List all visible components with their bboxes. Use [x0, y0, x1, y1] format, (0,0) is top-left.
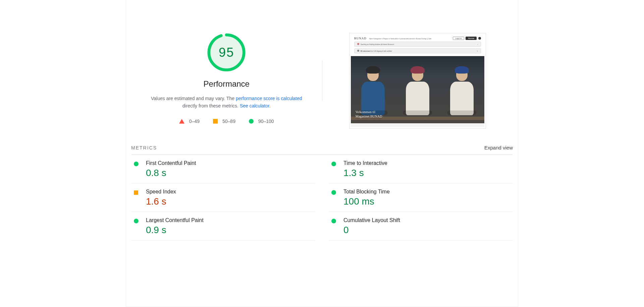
- square-orange-icon: [213, 119, 218, 124]
- chevron-right-icon: ›: [477, 43, 478, 45]
- shot-bar1-text: Samling av Halling-drakter på Asker Muse…: [361, 43, 394, 45]
- circle-green-icon: [134, 219, 139, 223]
- shot-bar2-rest: for å få tilgang til alle artikler: [371, 50, 392, 52]
- summary-section: 95 Performance Values are estimated and …: [131, 13, 513, 142]
- metric-name: Largest Contentful Paint: [146, 217, 315, 223]
- metric-value: 0: [343, 225, 513, 235]
- metric-value: 1.6 s: [146, 196, 315, 207]
- performance-description: Values are estimated and may vary. The p…: [146, 95, 307, 110]
- score-gauge: 95: [207, 33, 246, 72]
- circle-green-icon: [331, 162, 336, 166]
- metric-name: Total Blocking Time: [343, 189, 513, 195]
- shot-subscribe: Abonner: [466, 37, 477, 40]
- metrics-grid: First Contentful Paint0.8 sTime to Inter…: [131, 155, 513, 240]
- shot-hero-line1: Velkommen til: [356, 110, 382, 114]
- metric-row: Cumulative Layout Shift0: [329, 212, 513, 240]
- performance-title: Performance: [204, 79, 250, 89]
- metric-name: First Contentful Paint: [146, 160, 315, 166]
- legend-pass: 90–100: [249, 119, 274, 124]
- metric-name: Time to Interactive: [343, 160, 513, 166]
- circle-green-icon: [249, 119, 254, 124]
- triangle-red-icon: [179, 119, 184, 124]
- metric-row: Largest Contentful Paint0.9 s: [131, 212, 315, 240]
- metrics-title: METRICS: [131, 145, 157, 150]
- close-icon: ×: [477, 50, 478, 52]
- cart-icon: [478, 37, 481, 40]
- desc-mid: directly from these metrics.: [182, 103, 240, 108]
- see-calculator-link[interactable]: See calculator: [240, 103, 269, 108]
- metric-row: Speed Index1.6 s: [131, 183, 315, 212]
- metric-value: 0.8 s: [146, 168, 315, 178]
- metric-value: 1.3 s: [343, 168, 513, 178]
- performance-summary: 95 Performance Values are estimated and …: [131, 13, 322, 124]
- legend-avg: 50–89: [213, 119, 235, 124]
- shot-bar2-strong: Bli abonnent: [361, 50, 371, 52]
- shot-brand: BUNAD: [354, 37, 367, 40]
- shot-login: Logg inn: [453, 37, 464, 40]
- square-orange-icon: [134, 190, 138, 195]
- shot-nav: Hjem Kategorier ▾ Region ▾ Nettbutikk ▾ …: [369, 38, 431, 40]
- shot-bar-2: Bli abonnent for å få tilgang til alle a…: [354, 48, 481, 53]
- metric-row: First Contentful Paint0.8 s: [131, 155, 315, 183]
- metric-name: Cumulative Layout Shift: [343, 217, 513, 223]
- report-container: 95 Performance Values are estimated and …: [126, 0, 518, 307]
- shot-hero: Velkommen til Magasinet BUNAD: [351, 56, 484, 123]
- expand-view-toggle[interactable]: Expand view: [484, 145, 513, 150]
- metric-name: Speed Index: [146, 189, 315, 195]
- score-legend: 0–49 50–89 90–100: [179, 119, 274, 124]
- circle-green-icon: [331, 219, 336, 223]
- metrics-header: METRICS Expand view: [131, 142, 513, 155]
- page-screenshot: BUNAD Hjem Kategorier ▾ Region ▾ Nettbut…: [349, 33, 486, 129]
- legend-pass-label: 90–100: [258, 119, 274, 124]
- metric-value: 0.9 s: [146, 225, 315, 235]
- circle-green-icon: [331, 190, 336, 195]
- legend-fail: 0–49: [179, 119, 200, 124]
- legend-avg-label: 50–89: [222, 119, 235, 124]
- desc-lead: Values are estimated and may vary. The: [151, 96, 236, 101]
- screenshot-column: BUNAD Hjem Kategorier ▾ Region ▾ Nettbut…: [322, 13, 513, 129]
- score-calc-link[interactable]: performance score is calculated: [236, 96, 302, 101]
- metric-row: Total Blocking Time100 ms: [329, 183, 513, 212]
- desc-tail: .: [269, 103, 271, 108]
- shot-hero-line2: Magasinet BUNAD: [356, 114, 382, 119]
- circle-green-icon: [134, 162, 139, 166]
- metric-value: 100 ms: [343, 196, 513, 207]
- score-value: 95: [207, 33, 246, 72]
- shot-bar-1: Samling av Halling-drakter på Asker Muse…: [354, 42, 481, 47]
- legend-fail-label: 0–49: [189, 119, 200, 124]
- metric-row: Time to Interactive1.3 s: [329, 155, 513, 183]
